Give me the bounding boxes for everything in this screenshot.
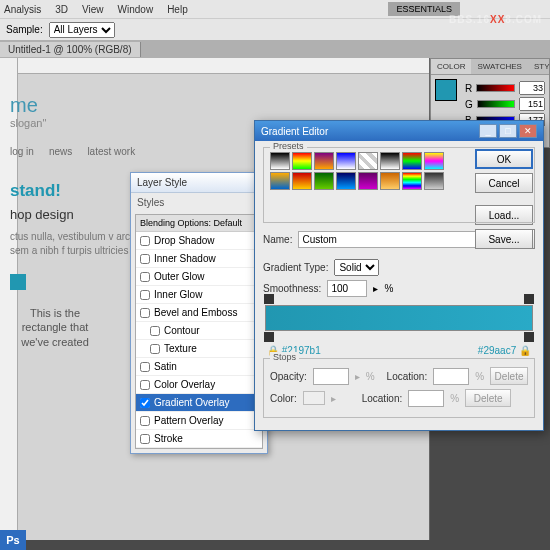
gradient-type-select[interactable]: Solid: [334, 259, 379, 276]
blending-options-header[interactable]: Blending Options: Default: [136, 215, 262, 232]
style-item-contour[interactable]: Contour: [136, 322, 262, 340]
style-item-stroke[interactable]: Stroke: [136, 430, 262, 448]
style-item-pattern-overlay[interactable]: Pattern Overlay: [136, 412, 262, 430]
preset-swatch-7[interactable]: [424, 152, 444, 170]
preset-swatch-3[interactable]: [336, 152, 356, 170]
style-checkbox[interactable]: [140, 380, 150, 390]
stop-color-swatch: [303, 391, 325, 405]
preset-swatch-1[interactable]: [292, 152, 312, 170]
presets-label: Presets: [270, 141, 307, 151]
layer-style-titlebar[interactable]: Layer Style: [131, 173, 267, 193]
style-checkbox[interactable]: [140, 416, 150, 426]
opacity-stop-left[interactable]: [264, 294, 274, 304]
mock-nav: log in news latest work: [10, 145, 170, 157]
style-checkbox[interactable]: [140, 290, 150, 300]
sample-label: Sample:: [6, 24, 43, 35]
layer-style-dialog: Layer Style Styles Blending Options: Def…: [130, 172, 268, 454]
tab-styles[interactable]: STYLES: [528, 59, 550, 74]
mock-title: me: [10, 94, 170, 117]
style-item-color-overlay[interactable]: Color Overlay: [136, 376, 262, 394]
maximize-icon[interactable]: □: [499, 124, 517, 138]
preset-swatch-12[interactable]: [358, 172, 378, 190]
style-item-drop-shadow[interactable]: Drop Shadow: [136, 232, 262, 250]
ruler-horizontal: [18, 58, 429, 74]
style-checkbox[interactable]: [140, 272, 150, 282]
style-item-inner-glow[interactable]: Inner Glow: [136, 286, 262, 304]
slider-r[interactable]: [476, 84, 515, 92]
sample-select[interactable]: All Layers: [49, 22, 115, 38]
minimize-icon[interactable]: _: [479, 124, 497, 138]
style-list: Blending Options: Default Drop ShadowInn…: [135, 214, 263, 449]
preset-grid: [270, 152, 444, 190]
opacity-stop-right[interactable]: [524, 294, 534, 304]
style-item-gradient-overlay[interactable]: Gradient Overlay: [136, 394, 262, 412]
preset-swatch-5[interactable]: [380, 152, 400, 170]
mock-slogan: slogan": [10, 117, 170, 129]
stop-opacity-location-input: [433, 368, 469, 385]
gradient-editor-titlebar[interactable]: Gradient Editor _ □ ✕: [255, 121, 543, 141]
slider-g[interactable]: [477, 100, 515, 108]
menu-analysis[interactable]: Analysis: [4, 4, 41, 15]
preset-swatch-4[interactable]: [358, 152, 378, 170]
dropdown-icon[interactable]: ▸: [373, 283, 378, 294]
preset-swatch-6[interactable]: [402, 152, 422, 170]
style-item-outer-glow[interactable]: Outer Glow: [136, 268, 262, 286]
document-tab[interactable]: Untitled-1 @ 100% (RGB/8): [0, 42, 141, 57]
gradient-bar[interactable]: [265, 305, 533, 331]
smoothness-input[interactable]: [327, 280, 367, 297]
smoothness-label: Smoothness:: [263, 283, 321, 294]
gradient-type-label: Gradient Type:: [263, 262, 328, 273]
foreground-color[interactable]: [435, 79, 457, 101]
preset-swatch-2[interactable]: [314, 152, 334, 170]
document-tab-bar: Untitled-1 @ 100% (RGB/8): [0, 40, 550, 58]
stops-label: Stops: [270, 352, 299, 362]
tab-swatches[interactable]: SWATCHES: [471, 59, 527, 74]
style-checkbox[interactable]: [140, 362, 150, 372]
input-g[interactable]: [519, 97, 545, 111]
menu-window[interactable]: Window: [118, 4, 154, 15]
stop-opacity-input: [313, 368, 349, 385]
menu-help[interactable]: Help: [167, 4, 188, 15]
style-checkbox[interactable]: [150, 344, 160, 354]
menu-view[interactable]: View: [82, 4, 104, 15]
preset-swatch-11[interactable]: [336, 172, 356, 190]
styles-label: Styles: [131, 193, 267, 212]
preset-swatch-14[interactable]: [402, 172, 422, 190]
menu-3d[interactable]: 3D: [55, 4, 68, 15]
color-stop-left[interactable]: [264, 332, 274, 342]
preset-swatch-9[interactable]: [292, 172, 312, 190]
hex-right: #29aac7 🔒: [478, 345, 531, 356]
name-label: Name:: [263, 234, 292, 245]
style-checkbox[interactable]: [150, 326, 160, 336]
color-stop-right[interactable]: [524, 332, 534, 342]
preset-swatch-0[interactable]: [270, 152, 290, 170]
style-item-bevel-and-emboss[interactable]: Bevel and Emboss: [136, 304, 262, 322]
preset-swatch-8[interactable]: [270, 172, 290, 190]
preset-swatch-15[interactable]: [424, 172, 444, 190]
rectangle-sample: [10, 274, 26, 290]
delete-opacity-stop-button: Delete: [490, 367, 528, 385]
style-checkbox[interactable]: [140, 254, 150, 264]
preset-swatch-13[interactable]: [380, 172, 400, 190]
style-checkbox[interactable]: [140, 398, 150, 408]
style-item-texture[interactable]: Texture: [136, 340, 262, 358]
style-item-inner-shadow[interactable]: Inner Shadow: [136, 250, 262, 268]
style-checkbox[interactable]: [140, 236, 150, 246]
style-checkbox[interactable]: [140, 308, 150, 318]
gradient-editor-dialog: Gradient Editor _ □ ✕ OK Cancel Load... …: [254, 120, 544, 431]
save-button[interactable]: Save...: [475, 229, 533, 249]
ps-icon[interactable]: Ps: [0, 530, 26, 550]
gradient-name-input[interactable]: [298, 231, 487, 248]
delete-color-stop-button: Delete: [465, 389, 511, 407]
preset-swatch-10[interactable]: [314, 172, 334, 190]
style-checkbox[interactable]: [140, 434, 150, 444]
close-icon[interactable]: ✕: [519, 124, 537, 138]
annotation-text: This is the rectangle that we've created: [10, 306, 100, 349]
tab-color[interactable]: COLOR: [431, 59, 471, 74]
input-r[interactable]: [519, 81, 545, 95]
stop-color-location-input: [408, 390, 444, 407]
watermark: BBS.16XX8.COM: [449, 10, 542, 26]
style-item-satin[interactable]: Satin: [136, 358, 262, 376]
